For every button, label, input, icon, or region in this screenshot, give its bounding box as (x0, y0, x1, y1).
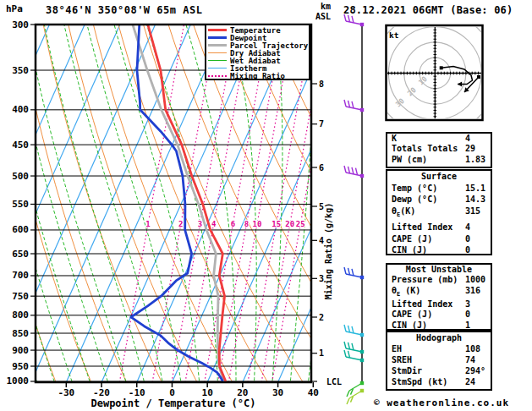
stats-label: Totals Totals (392, 144, 458, 153)
mixing-ratio-axis-label: Mixing Ratio (g/kg) (324, 203, 333, 299)
stats-row: CAPE (J)0 (387, 310, 491, 320)
svg-text:350: 350 (12, 65, 29, 76)
legend-item: Temperature (208, 26, 309, 34)
svg-text:800: 800 (12, 310, 29, 321)
svg-text:-30: -30 (58, 387, 74, 398)
legend-item: Dry Adiabat (208, 49, 309, 57)
legend-item: Wet Adiabat (208, 57, 309, 64)
stats-value: 0 (465, 310, 470, 320)
stats-label: Lifted Index (392, 222, 452, 232)
km-axis-asl-label: ASL (315, 12, 331, 21)
svg-text:600: 600 (12, 224, 29, 235)
legend-line-sample (208, 29, 227, 31)
stats-row: EH108 (387, 343, 491, 354)
stats-value: 294° (465, 365, 485, 376)
stats-value: 15.1 (465, 183, 485, 195)
stats-value: 0 (465, 233, 470, 245)
svg-text:7: 7 (319, 119, 324, 129)
svg-text:10: 10 (253, 220, 262, 228)
stats-box-header: Hodograph (387, 332, 491, 343)
x-axis-title: Dewpoint / Temperature (°C) (90, 397, 255, 409)
legend: TemperatureDewpointParcel TrajectoryDry … (205, 24, 310, 80)
legend-item-label: Temperature (230, 26, 281, 35)
svg-text:550: 550 (12, 199, 29, 210)
run-datetime: 28.12.2021 06GMT (Base: 06) (343, 4, 513, 16)
stats-label: Dewp (°C) (392, 195, 437, 204)
pressure-unit-label: hPa (6, 3, 23, 14)
stats-label: K (392, 134, 397, 143)
stats-row: Lifted Index4 (387, 222, 491, 233)
stats-box: Most UnstablePressure (mb)1000θE (K)316L… (386, 263, 492, 331)
stats-label: θE(K) (392, 206, 415, 216)
svg-text:30: 30 (272, 387, 283, 398)
stats-row: Temp (°C)15.1 (387, 183, 491, 195)
svg-text:4: 4 (211, 220, 217, 228)
svg-text:25: 25 (296, 220, 305, 228)
stats-value: 24 (465, 376, 475, 387)
stats-box-header: Most Unstable (387, 265, 491, 275)
stats-box: K4Totals Totals29PW (cm)1.83 (386, 132, 492, 168)
stats-row: StmSpd (kt)24 (387, 376, 491, 387)
stats-label: PW (cm) (392, 155, 427, 164)
legend-item-label: Mixing Ratio (230, 72, 285, 80)
svg-text:900: 900 (12, 345, 29, 356)
stats-row: Lifted Index3 (387, 299, 491, 310)
stats-label: Lifted Index (392, 299, 452, 309)
stats-value: 1000 (465, 275, 485, 285)
legend-item-label: Wet Adiabat (230, 57, 281, 65)
stats-value: 4 (465, 134, 470, 144)
stats-label: CAPE (J) (392, 310, 432, 319)
stats-label: EH (392, 344, 402, 353)
station-title: 38°46'N 350°08'W 65m ASL (46, 4, 202, 16)
stats-label: CIN (J) (392, 321, 427, 330)
svg-text:6: 6 (319, 163, 324, 173)
stats-value: 315 (465, 206, 480, 217)
svg-text:400: 400 (12, 104, 29, 115)
svg-text:700: 700 (12, 270, 29, 281)
stats-value: 316 (465, 286, 480, 296)
stats-row: Dewp (°C)14.3 (387, 194, 491, 206)
stats-row: PW (cm)1.83 (387, 155, 491, 165)
svg-text:750: 750 (12, 291, 29, 302)
svg-text:850: 850 (12, 328, 29, 339)
stats-row: K4 (387, 134, 491, 144)
stats-value: 4 (465, 222, 470, 233)
legend-item-label: Dry Adiabat (230, 49, 281, 58)
stats-value: 74 (465, 354, 475, 365)
stats-box: HodographEH108SREH74StmDir294°StmSpd (kt… (386, 331, 492, 391)
copyright: © weatheronline.co.uk (374, 397, 509, 408)
svg-text:3: 3 (198, 220, 202, 228)
stats-row: θE(K)315 (387, 206, 491, 222)
legend-item-label: Isotherm (230, 64, 266, 73)
legend-line-sample (208, 44, 227, 47)
stats-label: SREH (392, 355, 412, 364)
svg-text:20: 20 (285, 220, 294, 228)
legend-line-sample (208, 36, 227, 39)
stats-label: StmSpd (kt) (392, 377, 447, 386)
svg-text:6: 6 (231, 220, 235, 228)
stats-box-header: Surface (387, 171, 491, 183)
svg-text:15: 15 (271, 220, 281, 228)
stats-row: CIN (J)1 (387, 321, 491, 331)
legend-line-sample (208, 52, 227, 53)
stats-row: StmDir294° (387, 365, 491, 376)
legend-item: Isotherm (208, 64, 309, 72)
legend-item: Parcel Trajectory (208, 41, 309, 49)
legend-line-sample (208, 68, 227, 68)
svg-text:450: 450 (12, 140, 29, 151)
stats-row: Pressure (mb)1000 (387, 275, 491, 285)
legend-item: Mixing Ratio (208, 72, 309, 79)
stats-row: θE (K)316 (387, 286, 491, 299)
svg-text:8: 8 (244, 220, 249, 228)
stats-label: CIN (J) (392, 245, 427, 255)
stats-value: 3 (465, 299, 470, 310)
stats-value: 1 (465, 321, 470, 331)
stats-row: SREH74 (387, 354, 491, 365)
stats-value: 1.83 (465, 155, 485, 165)
svg-text:650: 650 (12, 249, 29, 260)
stats-value: 14.3 (465, 194, 485, 206)
stats-label: CAPE (J) (392, 234, 432, 244)
svg-text:300: 300 (12, 19, 29, 30)
legend-item-label: Parcel Trajectory (230, 41, 308, 50)
hodograph-unit-label: kt (389, 30, 398, 40)
